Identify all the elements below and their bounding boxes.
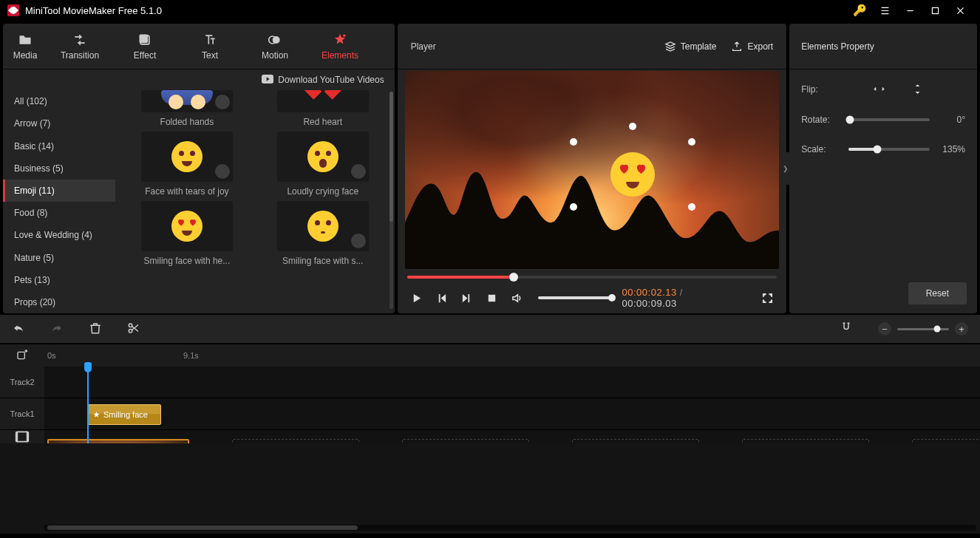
track-lane[interactable] <box>44 367 980 398</box>
seek-bar[interactable] <box>405 272 779 282</box>
zoom-slider[interactable] <box>897 328 949 330</box>
download-icon[interactable] <box>351 234 366 248</box>
empty-clip-slot[interactable] <box>572 439 699 443</box>
properties-title: Elements Property <box>789 24 977 69</box>
player-title: Player <box>411 41 650 52</box>
export-label: Export <box>747 41 773 52</box>
category-item[interactable]: Business (5) <box>3 157 115 180</box>
scale-label: Scale: <box>801 144 841 154</box>
tab-motion[interactable]: Motion <box>242 24 307 69</box>
element-label: Smiling face with s... <box>282 256 363 266</box>
smiling-emoji-icon <box>307 211 338 242</box>
timeline-zoom: − + <box>878 322 968 336</box>
undo-button[interactable] <box>12 321 25 337</box>
close-button[interactable] <box>947 0 973 21</box>
category-item[interactable]: Food (8) <box>3 202 115 224</box>
flip-vertical-button[interactable] <box>906 83 928 95</box>
download-icon[interactable] <box>215 95 230 109</box>
timeline-ruler[interactable]: 0s 9.1s <box>0 344 980 367</box>
category-item[interactable]: Love & Wedding (4) <box>3 224 115 246</box>
snap-button[interactable] <box>840 321 853 337</box>
empty-clip-slot[interactable] <box>232 439 359 443</box>
next-button[interactable] <box>460 290 474 305</box>
video-preview[interactable] <box>405 71 779 269</box>
tab-elements[interactable]: Elements <box>307 24 372 69</box>
flip-horizontal-button[interactable] <box>868 83 890 95</box>
prev-button[interactable] <box>435 290 449 305</box>
library-tabs: Media Transition Effect Text Motion Elem… <box>3 24 395 69</box>
maximize-button[interactable] <box>922 0 947 21</box>
volume-slider[interactable] <box>538 296 612 299</box>
tab-text[interactable]: Text <box>177 24 242 69</box>
element-item[interactable]: Smiling face with s... <box>259 201 387 266</box>
video-lane[interactable] <box>44 430 980 443</box>
track-label: Track2 <box>0 367 44 398</box>
add-track-button[interactable] <box>0 350 44 361</box>
element-clip[interactable]: Smiling face <box>87 404 161 425</box>
fullscreen-button[interactable] <box>760 290 775 305</box>
element-item[interactable]: Face with tears of joy <box>123 132 251 197</box>
category-item[interactable]: Basic (14) <box>3 134 115 157</box>
element-item[interactable]: Red heart <box>259 90 387 127</box>
tab-label: Elements <box>321 50 358 61</box>
svg-rect-7 <box>489 294 495 301</box>
license-key-button[interactable]: 🔑 <box>847 0 872 21</box>
play-button[interactable] <box>409 290 424 305</box>
element-item[interactable]: Folded hands <box>123 90 251 127</box>
video-clip[interactable] <box>47 439 189 443</box>
time-current: 00:00:02.13 <box>622 287 677 298</box>
app-menu-button[interactable] <box>872 0 897 21</box>
tab-effect[interactable]: Effect <box>112 24 177 69</box>
redo-button[interactable] <box>50 321 64 337</box>
delete-button[interactable] <box>89 321 102 337</box>
scale-slider[interactable] <box>848 148 930 151</box>
empty-clip-slot[interactable] <box>402 439 529 443</box>
template-button[interactable]: Template <box>664 41 717 52</box>
download-icon[interactable] <box>215 164 230 179</box>
svg-rect-10 <box>16 432 18 441</box>
timeline-area: − + 0s 9.1s Track2 Track1 Smiling face <box>0 315 980 534</box>
category-item[interactable]: Pets (13) <box>3 269 115 291</box>
category-item[interactable]: Emoji (11) <box>3 180 115 202</box>
template-label: Template <box>681 41 717 52</box>
tab-label: Media <box>13 50 38 61</box>
element-selection[interactable] <box>574 126 692 222</box>
placed-emoji[interactable] <box>610 152 655 197</box>
category-item[interactable]: Arrow (7) <box>3 112 115 134</box>
time-total: 00:00:09.03 <box>622 298 677 309</box>
element-item[interactable]: Smiling face with he... <box>123 201 251 266</box>
tab-transition[interactable]: Transition <box>47 24 112 69</box>
download-icon[interactable] <box>351 164 366 179</box>
tab-media[interactable]: Media <box>3 24 47 69</box>
empty-clip-slot[interactable] <box>742 439 869 443</box>
library-scrollbar[interactable] <box>389 92 393 309</box>
category-item[interactable]: Nature (5) <box>3 246 115 268</box>
youtube-icon <box>262 75 273 86</box>
panel-collapse-button[interactable]: ❯ <box>782 152 789 185</box>
zoom-out-button[interactable]: − <box>878 322 891 336</box>
timeline-scrollbar[interactable] <box>44 525 976 531</box>
download-link-row: Download YouTube Videos <box>3 69 395 90</box>
element-item[interactable]: Loudly crying face <box>259 132 387 197</box>
volume-button[interactable] <box>510 290 525 305</box>
folded-hands-icon <box>161 90 213 105</box>
track-row: Track2 <box>0 367 980 398</box>
category-item[interactable]: All (102) <box>3 90 115 112</box>
rotate-slider[interactable] <box>848 118 930 121</box>
track-lane[interactable]: Smiling face <box>44 398 980 429</box>
stop-button[interactable] <box>485 290 500 305</box>
joy-emoji-icon <box>171 141 203 172</box>
minimize-button[interactable] <box>897 0 922 21</box>
app-logo <box>7 4 19 16</box>
download-youtube-link[interactable]: Download YouTube Videos <box>278 75 384 85</box>
clip-label: Smiling face <box>103 410 148 419</box>
zoom-in-button[interactable]: + <box>955 322 968 336</box>
heart-icon <box>312 90 333 102</box>
category-item[interactable]: Props (20) <box>3 291 115 313</box>
split-button[interactable] <box>127 321 140 337</box>
export-button[interactable]: Export <box>731 41 773 52</box>
reset-button[interactable]: Reset <box>908 282 967 304</box>
titlebar: MiniTool MovieMaker Free 5.1.0 🔑 <box>0 0 980 21</box>
tab-label: Text <box>202 50 218 61</box>
empty-clip-slot[interactable] <box>912 439 980 443</box>
